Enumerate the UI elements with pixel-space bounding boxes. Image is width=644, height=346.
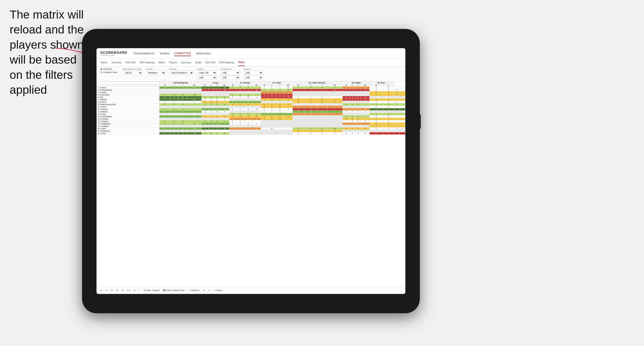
matrix-cell: 0 <box>343 89 350 91</box>
matrix-cell <box>252 94 261 96</box>
matrix-cell: 0 <box>292 108 304 111</box>
matrix-cell <box>361 115 370 118</box>
matrix-cell <box>343 106 350 108</box>
matrix-cell: 4 <box>370 108 383 111</box>
matrix-area[interactable]: 2. M Kelly Mulcahy 6. A Dy 11. G Woods 2… <box>96 81 405 286</box>
view-original-button[interactable]: 👁 View: Original <box>142 289 160 292</box>
sh-w4: W <box>261 84 268 86</box>
matrix-cell: 1 <box>383 94 394 96</box>
player-name-cell: 19. J Karrh <box>97 128 160 130</box>
filter-max-players-select[interactable]: Top 25 Top 10 Top 50 <box>123 71 142 75</box>
matrix-cell: 1 <box>170 120 178 123</box>
matrix-cell: 0 <box>355 99 361 101</box>
matrix-cell <box>214 125 220 128</box>
redo-button[interactable]: ↪ <box>105 289 108 292</box>
matrix-cell: 0 <box>261 115 268 118</box>
filter-conference-select[interactable]: (All) <box>220 71 240 75</box>
matrix-col-header-2: 6. A Dy <box>202 82 229 84</box>
matrix-cell: 27 <box>187 86 202 89</box>
sub-nav-h2h-heatmap2[interactable]: H2H Heatmap <box>219 59 234 66</box>
matrix-cell: 4 <box>159 132 170 135</box>
matrix-cell <box>261 128 268 130</box>
matrix-cell: 1 <box>159 108 170 111</box>
matrix-cell <box>383 111 394 113</box>
share-button[interactable]: ⤢ Share <box>213 289 223 292</box>
toolbar-divider-2 <box>187 288 187 292</box>
matrix-cell <box>244 91 252 94</box>
matrix-cell <box>244 125 252 128</box>
filter-division-select[interactable]: NCAA Division II NCAA Division I NCAA Di… <box>170 71 194 75</box>
filter-conference-sub-select[interactable]: (All) <box>220 75 240 80</box>
compact-view-radio[interactable] <box>100 71 102 73</box>
sub-nav-matrix[interactable]: Matrix <box>158 59 165 66</box>
undo-button[interactable]: ↩ <box>100 289 103 292</box>
nav-rankings[interactable]: RANKINGS <box>196 51 211 56</box>
matrix-cell: 20 <box>361 108 370 111</box>
sub-nav-matrix-active[interactable]: Matrix <box>238 59 245 66</box>
filter-region-sub-select[interactable]: (All) <box>197 75 217 80</box>
matrix-cell <box>343 101 350 103</box>
matrix-cell <box>276 132 284 135</box>
save-custom-view-button[interactable]: 💾 Save Custom View <box>162 289 185 292</box>
matrix-cell <box>370 130 383 132</box>
matrix-cell: 11 <box>276 118 284 120</box>
matrix-cell: 1 <box>370 103 383 106</box>
matrix-cell <box>400 125 405 128</box>
expand-button[interactable]: ⤡ <box>208 289 211 292</box>
matrix-cell <box>400 96 405 99</box>
matrix-cell: 6 <box>394 89 400 91</box>
filter-players-sub-select[interactable]: (All) <box>244 75 263 80</box>
matrix-cell <box>170 106 178 108</box>
matrix-cell: 0 <box>284 108 293 111</box>
matrix-cell: 0 <box>236 94 244 96</box>
matrix-cell <box>327 111 342 113</box>
nav-tournaments[interactable]: TOURNAMENTS <box>133 51 155 56</box>
matrix-cell <box>394 111 400 113</box>
matrix-cell: 0 <box>178 132 187 135</box>
toolbar-divider-1 <box>139 288 140 292</box>
matrix-col-header-4: 21. O Stoll <box>261 82 292 84</box>
matrix-cell: 6 <box>350 89 355 91</box>
filter-conference-label: Conference <box>220 68 240 70</box>
filter-players-select[interactable]: (All) <box>244 71 263 75</box>
compact-view-option[interactable]: Compact View <box>100 71 117 73</box>
player-name-cell: 16. X Mcgaha <box>97 120 160 123</box>
nav-teams[interactable]: TEAMS <box>160 51 169 56</box>
refresh-button[interactable]: ⟳ <box>110 289 114 292</box>
sub-nav-summary2[interactable]: Summary <box>181 59 191 66</box>
zoom-in-button[interactable]: ⊕ <box>115 289 119 292</box>
watch-button[interactable]: ⊙ Watch ▾ <box>188 289 201 292</box>
matrix-cell: 0 <box>214 115 220 118</box>
matrix-cell <box>361 94 370 96</box>
matrix-cell: 18 <box>187 99 202 101</box>
nav-committee[interactable]: COMMITTEE <box>174 51 191 56</box>
sub-nav-h2h-heatmap[interactable]: H2H Heatmap <box>140 59 155 66</box>
sub-nav-h2h-grid2[interactable]: H2H Grid <box>205 59 215 66</box>
matrix-cell <box>220 94 229 96</box>
player-name-cell: 17. D Ballesteros <box>97 123 160 125</box>
matrix-cell <box>208 130 214 132</box>
full-view-option[interactable]: Full View <box>100 68 117 70</box>
matrix-cell: 0 <box>383 89 394 91</box>
matrix-cell <box>400 123 405 125</box>
sub-nav-summary[interactable]: Summary <box>111 59 122 66</box>
matrix-cell: 0 <box>214 89 220 91</box>
sub-nav-teams[interactable]: Teams <box>100 59 107 66</box>
zoom-out-button[interactable]: ⊖ <box>121 289 124 292</box>
matrix-cell: 7 <box>361 123 370 125</box>
matrix-cell <box>187 91 202 94</box>
reset-button[interactable]: ↺ <box>132 289 136 292</box>
matrix-cell <box>318 91 327 94</box>
options-button[interactable]: ✦ <box>202 289 206 292</box>
sub-nav-players[interactable]: Players <box>169 59 177 66</box>
matrix-cell <box>400 94 405 96</box>
table-row: 9. A Maria Jimenez Rios100100-9010010210… <box>97 103 405 106</box>
filter-gender-select[interactable]: Women's Men's <box>146 71 166 75</box>
sub-nav-detail[interactable]: Detail <box>195 59 202 66</box>
matrix-cell: 1 <box>261 86 268 89</box>
sh-t3: T <box>244 84 252 86</box>
sub-nav-h2h-grid[interactable]: H2H Grid <box>126 59 136 66</box>
fit-button[interactable]: ⟺ <box>126 289 131 292</box>
filter-region-select[interactable]: East - DII West - DII <box>197 71 217 75</box>
full-view-radio[interactable] <box>100 68 102 70</box>
